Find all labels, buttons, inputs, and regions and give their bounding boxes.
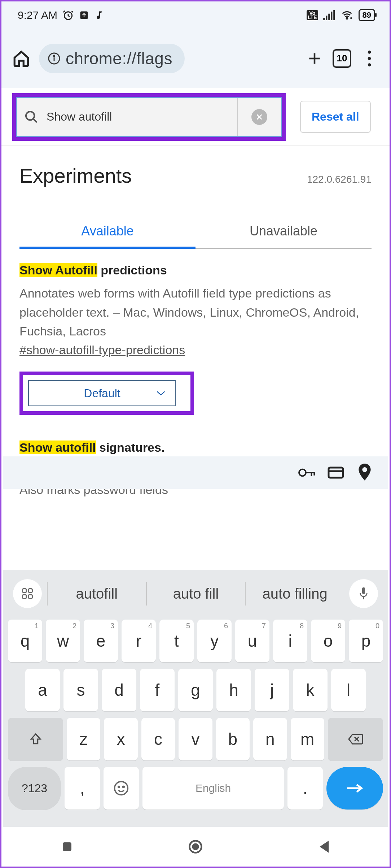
svg-point-34 [118,786,120,788]
enter-key[interactable] [326,767,383,810]
svg-rect-28 [23,595,27,599]
flag-entry: Show Autofill predictions Annotates web … [1,249,390,426]
svg-rect-30 [362,587,365,594]
key-q[interactable]: q1 [8,620,42,662]
key-x[interactable]: x [104,718,137,760]
volte-icon: VoLTE [307,10,318,20]
clear-search-button[interactable] [251,109,267,125]
flags-search-box[interactable] [16,97,282,137]
key-k[interactable]: k [293,669,328,711]
voice-input-button[interactable] [349,579,378,608]
system-nav-bar [3,827,388,867]
key-r[interactable]: r4 [122,620,156,662]
key-n[interactable]: n [253,718,287,760]
key-m[interactable]: m [291,718,324,760]
key-z[interactable]: z [67,718,100,760]
key-c[interactable]: c [141,718,175,760]
flag-hash-link[interactable]: #show-autofill-type-predictions [19,343,372,357]
key-w[interactable]: w2 [46,620,80,662]
status-bar: 9:27 AM VoLTE 89 [1,1,390,29]
key-p[interactable]: p0 [349,620,383,662]
space-key[interactable]: English [142,767,284,810]
keyboard-apps-button[interactable] [13,579,42,608]
search-icon [24,110,39,124]
key-j[interactable]: j [255,669,289,711]
svg-line-17 [33,119,37,122]
svg-rect-4 [328,13,330,20]
flag-description: Annotates web forms with Autofill field … [19,284,372,341]
key-o[interactable]: o9 [311,620,345,662]
key-b[interactable]: b [216,718,250,760]
comma-key[interactable]: , [65,767,100,810]
emoji-key[interactable] [104,767,139,810]
svg-point-7 [346,17,348,19]
key-l[interactable]: l [331,669,366,711]
key-icon[interactable] [298,464,316,482]
overflow-menu-button[interactable] [360,49,379,68]
flags-search-row: Reset all [1,88,390,146]
period-key[interactable]: . [287,767,323,810]
tab-available[interactable]: Available [19,223,196,249]
key-e[interactable]: e3 [84,620,118,662]
svg-rect-2 [323,18,325,20]
suggestion-word[interactable]: autofill [47,582,146,606]
flag-title: Show autofill signatures. [19,440,372,455]
recents-button[interactable] [58,838,76,856]
signal-icon [323,10,335,20]
key-s[interactable]: s [63,669,98,711]
home-nav-button[interactable] [186,838,205,856]
battery-indicator: 89 [359,9,375,21]
key-a[interactable]: a [25,669,60,711]
svg-point-35 [123,786,124,788]
tab-unavailable[interactable]: Unavailable [196,223,372,249]
back-nav-button[interactable] [315,838,333,856]
svg-point-39 [193,844,198,850]
upload-icon [79,10,89,20]
key-i[interactable]: i8 [273,620,307,662]
search-input[interactable] [47,110,230,123]
flags-tabs: Available Unavailable [19,223,372,249]
location-icon[interactable] [356,464,374,482]
svg-point-15 [368,63,371,66]
svg-rect-29 [28,595,32,599]
svg-point-20 [299,469,306,476]
address-bar[interactable]: chrome://flags [39,44,185,73]
new-tab-button[interactable] [305,49,324,68]
dropdown-value: Default [84,387,120,400]
key-d[interactable]: d [102,669,136,711]
key-f[interactable]: f [140,669,175,711]
annotation-highlight [12,93,286,141]
music-icon [94,10,104,20]
tab-switcher-button[interactable]: 10 [333,49,351,68]
key-t[interactable]: t5 [159,620,194,662]
suggestion-word[interactable]: auto fill [146,582,245,606]
card-icon[interactable] [327,464,345,482]
svg-point-13 [368,51,371,54]
symbols-key[interactable]: ?123 [8,767,61,810]
status-time: 9:27 AM [18,9,57,21]
suggestion-word[interactable]: auto filling [245,582,344,606]
home-button[interactable] [12,49,30,68]
shift-key[interactable] [8,718,63,760]
backspace-key[interactable] [328,718,383,760]
svg-rect-3 [326,16,327,20]
keyboard: autofill auto fill auto filling q1w2e3r4… [3,570,388,827]
key-v[interactable]: v [179,718,212,760]
key-g[interactable]: g [178,669,213,711]
autofill-strip [3,456,388,489]
svg-point-16 [26,112,34,120]
svg-rect-5 [331,12,332,20]
flag-title: Show Autofill predictions [19,263,372,277]
browser-toolbar: chrome://flags 10 [1,29,390,88]
key-u[interactable]: u7 [235,620,269,662]
wifi-icon [341,10,353,21]
svg-point-33 [115,782,128,795]
svg-rect-24 [329,468,343,478]
url-text: chrome://flags [66,49,172,68]
svg-rect-27 [28,589,32,593]
info-icon [48,52,61,65]
reset-all-button[interactable]: Reset all [300,101,371,133]
flag-dropdown[interactable]: Default [28,380,176,406]
key-h[interactable]: h [216,669,251,711]
key-y[interactable]: y6 [197,620,232,662]
